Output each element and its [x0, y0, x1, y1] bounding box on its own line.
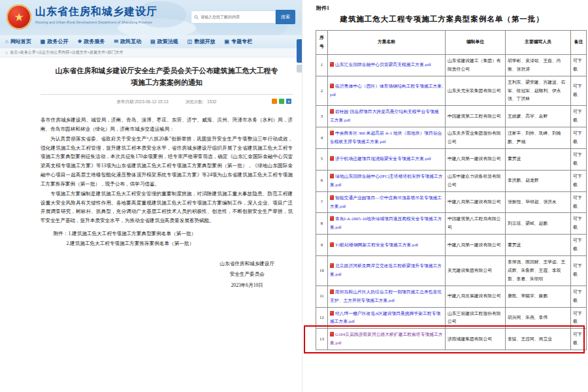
authors: 李洪鹏、赵龙辉 — [506, 170, 571, 191]
nav-item-policy[interactable]: ▤政策法规 — [150, 38, 178, 45]
plan-pdf-link[interactable]: 智能交通产业园项目—空中连廊吊顶幕墙吊装专项施工方案.pdf — [330, 195, 442, 208]
download-note: 可下载 — [571, 235, 587, 256]
floating-toolbar-secondary[interactable] — [297, 65, 302, 73]
compiling-unit: 山东天元安装集团有限公司 — [446, 76, 506, 106]
table-header-row: 序号方案名称编制单位主要编写人员备注 — [316, 31, 587, 55]
authors: 王婧媛、高宇、袁野 — [506, 106, 571, 127]
article-paragraph: 专项施工方案编制是建筑施工危大工程安全管理的重要制度措施，对消除建筑施工重大事故… — [41, 189, 293, 225]
plan-pdf-link[interactable]: 南郊马鞍山片区人防综合工程一期项目施工总承包基坑支护、土方开挖专项施工方案.pd… — [330, 289, 442, 302]
plan-pdf-link[interactable]: 中央商务区 360 米超高层 A-1 地块（南地块）项目铝合金模板支撑专项施工方… — [330, 131, 442, 144]
plan-pdf-link[interactable]: G104京岚线济南黄河公路大桥扩建工程索塔专项施工方案.pdf — [330, 332, 443, 345]
download-note: 可下载 — [571, 76, 587, 106]
share-weibo-icon[interactable] — [272, 99, 277, 104]
home-icon: ⌂ — [5, 39, 8, 44]
signature-block: 山东省住房和城乡建设厅安全生产委员会2023年6月10日 — [41, 259, 293, 291]
row-number: 2 — [316, 76, 328, 106]
site-subtitle-en: Housing and Urban-Rural Development Depa… — [35, 20, 157, 24]
authors: 汪家丰、刘帅、巩峰、刘翰鹏、尹福 — [506, 127, 571, 149]
nav-item-services[interactable]: ❖政务服务 — [77, 38, 105, 45]
compiling-unit: 山东天齐置业集团股份有限公司 — [446, 127, 506, 149]
plan-pdf-link[interactable]: 山东汇金国际金融中心贝雷梁高支模施工方案.pdf — [335, 62, 431, 67]
column-header: 方案名称 — [328, 31, 446, 55]
share-icons: ★ — [272, 99, 291, 104]
row-number: 3 — [316, 106, 328, 127]
article-body: 各市住房城乡建设局、城管局，济南、青岛、淄博、枣庄、东营、济宁、威海、滨州、菏泽… — [41, 116, 293, 225]
plan-pdf-link[interactable]: 青岛I-A-2005-10地块绿城项目液压爬模安全专项施工方案.pdf — [330, 216, 442, 229]
attachment-link-1[interactable]: 附件：1.建筑施工危大工程专项施工方案典型案例名单（第一批） — [41, 229, 293, 238]
pdf-file-icon — [330, 242, 334, 247]
portal-page: ★ 山东省住房和城乡建设厅 Housing and Urban-Rural De… — [0, 0, 302, 392]
table-row: 6绿地山东国际金融中心(IFC)主塔楼塔机安拆专项施工方案.pdf山东中建众力设… — [316, 170, 587, 191]
nav-item-interaction[interactable]: ✉政民互动 — [114, 38, 142, 45]
grid-icon: ◫ — [188, 39, 193, 44]
plan-name-cell: T1航站楼钢网架工程安全专项施工方案.pdf — [328, 235, 446, 256]
table-row: 13G104京岚线济南黄河公路大桥扩建工程索塔专项施工方案.pdf济南城建集团有… — [316, 329, 587, 350]
plan-pdf-link[interactable]: 济宁机场迁建项目现浇箱梁安全专项施工方案.pdf — [335, 156, 431, 161]
row-number: 1 — [316, 54, 328, 76]
plan-name-cell: 绿地山东国际金融中心(IFC)主塔楼塔机安拆专项施工方案.pdf — [328, 170, 446, 191]
table-row: 2临沂奥体中心（西区）体育场钢结构工程专项施工方案.pdf山东天元安装集团有限公… — [316, 76, 587, 106]
home-icon: ⌂ — [5, 50, 8, 55]
attachments-list: 附件：1.建筑施工危大工程专项施工方案典型案例名单（第一批） 2.建筑施工危大工… — [41, 229, 293, 248]
attachment-document: 附件1 建筑施工危大工程专项施工方案典型案例名单（第一批） 序号方案名称编制单位… — [302, 0, 588, 392]
pdf-file-icon — [330, 174, 334, 178]
table-row: 10北京路沂河桥及两岸立交改造工程桥梁顶升专项施工方案.pdf天元建设集团有限公… — [316, 256, 587, 286]
table-row: 4中央商务区 360 米超高层 A-1 地块（南地块）项目铝合金模板支撑专项施工… — [316, 127, 587, 149]
plan-pdf-link[interactable]: 绿地山东国际金融中心(IFC)主塔楼塔机安拆专项施工方案.pdf — [330, 174, 443, 187]
nav-item-topics[interactable]: ▣专题专栏 — [224, 38, 252, 45]
badge-icon: ❖ — [77, 39, 82, 44]
nav-item-disclosure[interactable]: ▦政务公开 — [41, 38, 69, 45]
download-note: 可下载 — [571, 127, 587, 149]
plan-pdf-link[interactable]: 碧桂园·国岳府项目大跨度高悬空结构支模平台专项施工方案.pdf — [330, 109, 439, 122]
compiling-unit: 中建八局第一建设有限公司 — [446, 235, 506, 256]
pdf-file-icon — [330, 332, 334, 336]
nav-item-label: 数据开放 — [194, 38, 215, 45]
signature-line: 安全生产委员会 — [220, 269, 274, 280]
pdf-file-icon — [330, 311, 334, 316]
mail-icon: ✉ — [114, 39, 119, 44]
compiling-unit: 中建八局第二建设有限公司 — [446, 191, 506, 213]
plan-pdf-link[interactable]: 经八纬一棚户区改造A区建设项目悬挑脚手架工程专项施工方案.pdf — [330, 311, 440, 324]
attachment-label: 附件1 — [316, 5, 329, 12]
compiling-unit: 山东省建设建工（集团）有限责任公司 — [446, 54, 506, 76]
site-header: ★ 山东省住房和城乡建设厅 Housing and Urban-Rural De… — [0, 0, 302, 35]
plan-name-cell: 青岛I-A-2005-10地块绿城项目液压爬模安全专项施工方案.pdf — [328, 213, 446, 235]
share-favorite-icon[interactable]: ★ — [286, 99, 291, 104]
search-field[interactable] — [191, 10, 276, 24]
authors: 唐凯、宋晓宇、聂鹏 — [506, 286, 571, 307]
column-header: 备注 — [571, 31, 587, 55]
view-count: 浏览次数: 1532 — [186, 99, 217, 105]
table-row: 7智能交通产业园项目—空中连廊吊顶幕墙吊装专项施工方案.pdf中建八局第二建设有… — [316, 191, 587, 213]
search-button[interactable]: 搜索 — [276, 10, 295, 24]
attachment-link-2[interactable]: 2.建筑施工危大工程专项施工方案推荐案例名单（第一批） — [67, 239, 293, 248]
plan-name-cell: 北京路沂河桥及两岸立交改造工程桥梁顶升专项施工方案.pdf — [328, 256, 446, 286]
plan-pdf-link[interactable]: 临沂奥体中心（西区）体育场钢结构工程专项施工方案.pdf — [330, 84, 443, 97]
plan-name-cell: 山东汇金国际金融中心贝雷梁高支模施工方案.pdf — [328, 54, 446, 76]
authors: 胡兴同、朱燕、李伟 — [506, 307, 571, 329]
pdf-file-icon — [330, 131, 334, 135]
download-note: 可下载 — [571, 54, 587, 76]
table-row: 12经八纬一棚户区改造A区建设项目悬挑脚手架工程专项施工方案.pdf山东三箭建设… — [316, 307, 587, 329]
search-input[interactable] — [201, 15, 272, 19]
plan-pdf-link[interactable]: 北京路沂河桥及两岸立交改造工程桥梁顶升专项施工方案.pdf — [330, 263, 442, 276]
download-note: 可下载 — [571, 170, 587, 191]
download-note: 可下载 — [571, 307, 587, 329]
search-icon — [194, 15, 199, 20]
pdf-file-icon — [330, 289, 334, 294]
nav-item-label: 政务公开 — [47, 38, 68, 45]
row-number: 8 — [316, 213, 328, 235]
floating-toolbar[interactable] — [297, 39, 302, 63]
nav-item-home[interactable]: ⌂网站首页 — [5, 38, 31, 45]
nav-item-data[interactable]: ◫数据开放 — [188, 38, 216, 45]
pdf-file-icon — [330, 195, 334, 200]
row-number: 6 — [316, 170, 328, 191]
share-wechat-icon[interactable] — [279, 99, 284, 104]
column-header: 序号 — [316, 31, 328, 55]
compiling-unit: 中国建筑第八工程局有限公司 — [446, 213, 506, 235]
table-row: 11南郊马鞍山片区人防综合工程一期项目施工总承包基坑支护、土方开挖专项施工方案.… — [316, 286, 587, 307]
breadcrumb[interactable]: ⌂ 首页>政务公开>法定主动公开内容>法规文件>政策文件>部门文件 — [0, 48, 302, 57]
plan-pdf-link[interactable]: T1航站楼钢网架工程安全专项施工方案.pdf — [335, 242, 418, 247]
nav-item-label: 政民互动 — [120, 38, 141, 45]
building-icon: ▦ — [41, 39, 46, 44]
article-paragraph: 为认真贯彻落实省委、省政府关于安全生产“八抓20条”创新举措，巩固提升安全生产专… — [41, 135, 293, 189]
